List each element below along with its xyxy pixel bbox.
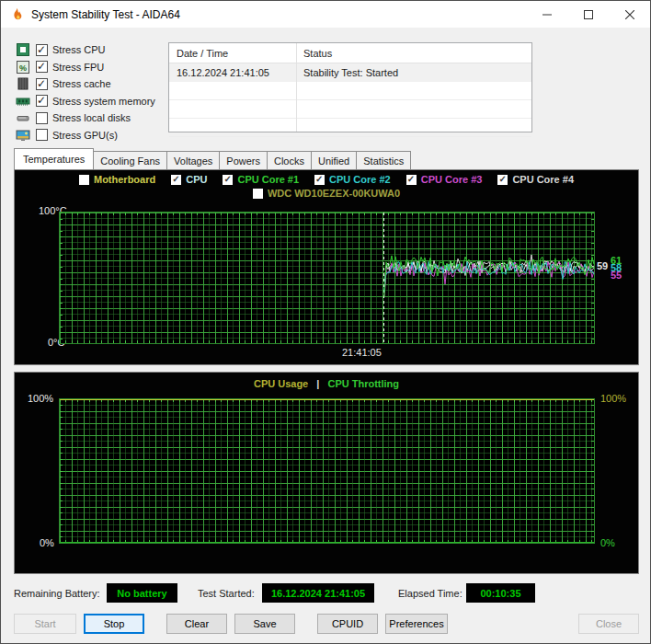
column-header-status[interactable]: Status — [296, 48, 332, 59]
cpu-throttling-title: CPU Throttling — [327, 378, 399, 389]
stress-cpu-checkbox[interactable] — [36, 44, 48, 56]
elapsed-time-display: 00:10:35 — [466, 583, 535, 603]
current-value-core3: 55 — [611, 270, 622, 280]
tab-cooling-fans[interactable]: Cooling Fans — [93, 151, 167, 169]
svg-text:%: % — [19, 63, 27, 72]
tab-unified[interactable]: Unified — [311, 151, 357, 169]
cache-icon — [16, 76, 30, 91]
button-bar: Start Stop Clear Save CPUID Preferences … — [1, 614, 650, 634]
stress-gpu-label: Stress GPU(s) — [52, 130, 118, 141]
test-started-label: Test Started: — [198, 588, 255, 599]
memory-icon — [16, 94, 30, 109]
tab-voltages[interactable]: Voltages — [166, 151, 220, 169]
legend-cpu-core-4: CPU Core #4 — [497, 174, 574, 185]
stress-fpu-label: Stress FPU — [52, 62, 104, 73]
table-row — [169, 119, 531, 137]
maximize-icon[interactable] — [567, 1, 609, 28]
legend-cpu-core-1: CPU Core #1 — [223, 174, 299, 185]
legend-motherboard: Motherboard — [79, 174, 155, 185]
save-button[interactable]: Save — [234, 614, 295, 634]
stress-disks-label: Stress local disks — [52, 112, 131, 123]
temperature-legend-row-2: WDC WD10EZEX-00KUWA0 — [15, 188, 638, 199]
cpu-usage-trace — [60, 399, 594, 400]
cpu-throttling-trace — [60, 542, 594, 543]
window-title: System Stability Test - AIDA64 — [31, 8, 180, 21]
legend-motherboard-checkbox[interactable] — [79, 175, 89, 185]
usage-left-max-label: 100% — [28, 393, 53, 404]
log-datetime: 16.12.2024 21:41:05 — [169, 67, 296, 78]
tab-clocks[interactable]: Clocks — [267, 151, 312, 169]
app-window: System Stability Test - AIDA64 Stress CP… — [0, 0, 651, 644]
time-marker-label: 21:41:05 — [342, 347, 382, 358]
cpu-icon — [16, 42, 30, 57]
preferences-button[interactable]: Preferences — [385, 614, 448, 634]
temperature-legend: Motherboard CPU CPU Core #1 CPU Core #2 … — [15, 174, 638, 185]
title-bar: System Stability Test - AIDA64 — [1, 1, 650, 28]
usage-graph-header: CPU Usage | CPU Throttling — [15, 378, 638, 389]
tab-strip: Temperatures Cooling Fans Voltages Power… — [14, 148, 410, 169]
column-separator — [296, 43, 297, 132]
usage-right-max-label: 100% — [600, 393, 626, 404]
legend-cpu-core-3-label: CPU Core #3 — [421, 174, 483, 185]
legend-cpu-core-1-label: CPU Core #1 — [237, 174, 299, 185]
battery-value-display: No battery — [107, 583, 177, 603]
legend-cpu: CPU — [171, 174, 207, 185]
fpu-icon: % — [16, 60, 30, 75]
usage-graph-panel: CPU Usage | CPU Throttling 100% 0% 100% … — [14, 372, 639, 574]
legend-hdd-label: WDC WD10EZEX-00KUWA0 — [268, 188, 400, 199]
tab-powers[interactable]: Powers — [219, 151, 268, 169]
legend-cpu-core-3: CPU Core #3 — [406, 174, 483, 185]
legend-cpu-core-1-checkbox[interactable] — [223, 175, 233, 185]
event-log-table: Date / Time Status 16.12.2024 21:41:05 S… — [168, 42, 532, 132]
legend-cpu-core-3-checkbox[interactable] — [406, 175, 417, 185]
temperature-traces — [60, 213, 596, 345]
stress-gpu-checkbox[interactable] — [36, 129, 48, 141]
stress-option-disks: Stress local disks — [16, 109, 155, 126]
stress-cache-label: Stress cache — [52, 78, 111, 89]
elapsed-time-label: Elapsed Time: — [398, 588, 463, 599]
legend-hdd-checkbox[interactable] — [253, 189, 263, 199]
usage-grid — [59, 398, 595, 544]
stress-option-memory: Stress system memory — [16, 93, 155, 109]
stress-cache-checkbox[interactable] — [36, 78, 48, 90]
battery-label: Remaining Battery: — [14, 588, 100, 599]
header-separator: | — [316, 378, 319, 389]
table-header: Date / Time Status — [169, 43, 531, 63]
legend-cpu-core-2-checkbox[interactable] — [314, 175, 325, 185]
legend-motherboard-label: Motherboard — [94, 174, 155, 185]
temperature-grid — [59, 212, 595, 344]
stop-button[interactable]: Stop — [84, 614, 144, 634]
stress-disks-checkbox[interactable] — [36, 112, 48, 124]
temperature-graph-panel: Motherboard CPU CPU Core #1 CPU Core #2 … — [14, 169, 639, 365]
tab-statistics[interactable]: Statistics — [356, 151, 411, 169]
cpuid-button[interactable]: CPUID — [317, 614, 378, 634]
gpu-icon — [16, 128, 30, 143]
usage-right-min-label: 0% — [600, 537, 615, 548]
cpu-usage-title: CPU Usage — [254, 378, 308, 389]
grid-ticks-left — [60, 399, 63, 543]
flame-icon[interactable] — [9, 7, 24, 22]
grid-ticks-right — [591, 399, 594, 543]
window-controls — [526, 1, 650, 28]
current-value-cpu: 59 — [597, 261, 608, 270]
disk-icon — [16, 110, 30, 125]
stress-options-panel: Stress CPU % Stress FPU Stress cache Str… — [16, 41, 155, 144]
legend-cpu-label: CPU — [186, 174, 207, 185]
status-bar: Remaining Battery: No battery Test Start… — [1, 583, 650, 604]
stress-option-cache: Stress cache — [16, 75, 155, 92]
stress-cpu-label: Stress CPU — [52, 44, 105, 55]
stress-option-gpu: Stress GPU(s) — [16, 127, 155, 144]
stress-memory-label: Stress system memory — [52, 96, 155, 107]
column-header-datetime[interactable]: Date / Time — [169, 48, 296, 59]
clear-button[interactable]: Clear — [166, 614, 227, 634]
log-status: Stability Test: Started — [296, 67, 398, 78]
legend-cpu-core-4-checkbox[interactable] — [497, 175, 508, 185]
table-row[interactable]: 16.12.2024 21:41:05 Stability Test: Star… — [169, 63, 531, 82]
stress-memory-checkbox[interactable] — [36, 95, 48, 107]
stress-fpu-checkbox[interactable] — [36, 61, 48, 73]
tab-temperatures[interactable]: Temperatures — [14, 148, 94, 169]
legend-cpu-checkbox[interactable] — [171, 175, 181, 185]
minimize-icon[interactable] — [526, 1, 567, 28]
close-icon[interactable] — [609, 1, 650, 28]
stress-option-cpu: Stress CPU — [16, 41, 155, 58]
